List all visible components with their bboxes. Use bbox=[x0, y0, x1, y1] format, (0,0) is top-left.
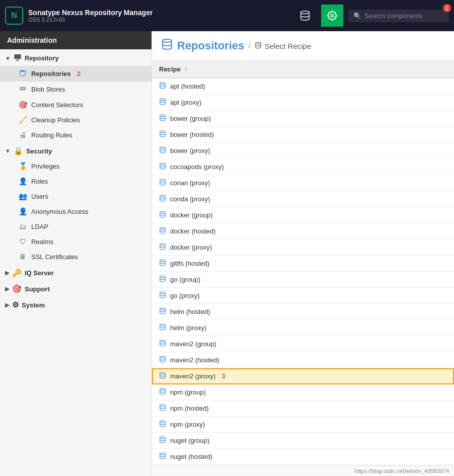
sidebar-item-cleanup-policies[interactable]: 🧹 Cleanup Policies bbox=[0, 112, 152, 127]
security-section-label: Security bbox=[26, 147, 52, 155]
table-row[interactable]: maven2 (hosted) bbox=[152, 352, 454, 368]
table-row[interactable]: nuget (group) bbox=[152, 433, 454, 449]
sidebar-item-content-selectors[interactable]: 🎯 Content Selectors bbox=[0, 97, 152, 112]
security-section-icon: 🔒 bbox=[14, 146, 23, 155]
sidebar-item-roles[interactable]: 👤 Roles bbox=[0, 174, 152, 189]
table-row[interactable]: npm (group) bbox=[152, 384, 454, 401]
row-db-icon bbox=[159, 146, 166, 155]
blob-stores-label: Blob Stores bbox=[31, 86, 65, 93]
routing-rules-icon: 🖨 bbox=[18, 131, 27, 139]
table-row[interactable]: maven2 (proxy)3 bbox=[152, 368, 454, 384]
row-label: cocoapods (proxy) bbox=[170, 163, 224, 171]
sidebar-item-repositories[interactable]: Repositories 2 bbox=[0, 66, 152, 82]
svg-point-15 bbox=[160, 195, 166, 197]
row-label: docker (hosted) bbox=[170, 227, 215, 235]
svg-rect-5 bbox=[20, 88, 25, 90]
privileges-label: Privileges bbox=[31, 163, 59, 170]
sidebar-item-privileges[interactable]: 🏅 Privileges bbox=[0, 158, 152, 174]
sidebar-item-routing-rules[interactable]: 🖨 Routing Rules bbox=[0, 127, 152, 142]
blob-stores-icon bbox=[18, 85, 27, 94]
table-row[interactable]: nuget (hosted) bbox=[152, 449, 454, 465]
table-row[interactable]: go (group) bbox=[152, 272, 454, 288]
iq-server-section-label: IQ Server bbox=[25, 269, 54, 277]
table-row[interactable]: bower (group) bbox=[152, 111, 454, 127]
sidebar-item-users[interactable]: 👥 Users bbox=[0, 189, 152, 204]
sort-asc-icon[interactable]: ↑ bbox=[184, 65, 188, 73]
svg-point-9 bbox=[160, 99, 166, 101]
svg-point-8 bbox=[160, 83, 166, 85]
repository-section-label: Repository bbox=[25, 54, 59, 62]
table-row[interactable]: apt (proxy) bbox=[152, 95, 454, 111]
breadcrumb-label: Select Recipe bbox=[265, 42, 312, 50]
svg-point-24 bbox=[160, 340, 166, 342]
breadcrumb-icon bbox=[255, 42, 262, 50]
cleanup-policies-icon: 🧹 bbox=[18, 116, 27, 124]
table-row[interactable]: maven2 (group) bbox=[152, 336, 454, 352]
svg-point-28 bbox=[160, 405, 166, 407]
table-row[interactable]: bower (hosted) bbox=[152, 127, 454, 143]
breadcrumb-separator: / bbox=[248, 41, 250, 50]
anonymous-access-label: Anonymous Access bbox=[31, 208, 88, 215]
table-row[interactable]: npm (proxy) bbox=[152, 417, 454, 433]
sidebar-item-ssl-certificates[interactable]: 🖥 SSL Certificates bbox=[0, 249, 152, 264]
row-label: nuget (hosted) bbox=[170, 453, 212, 460]
sidebar-header: Administration bbox=[0, 31, 152, 49]
table-row[interactable]: go (proxy) bbox=[152, 288, 454, 304]
row-db-icon bbox=[159, 114, 166, 123]
search-input[interactable] bbox=[364, 12, 444, 20]
svg-point-22 bbox=[160, 308, 166, 310]
row-db-icon bbox=[159, 356, 166, 364]
table-row[interactable]: docker (hosted) bbox=[152, 223, 454, 240]
row-label: nuget (group) bbox=[170, 437, 209, 444]
row-label: conan (proxy) bbox=[170, 179, 210, 187]
browse-button[interactable] bbox=[294, 5, 316, 27]
browse-icon[interactable] bbox=[294, 5, 316, 27]
row-label: go (group) bbox=[170, 276, 200, 283]
sidebar-section-iq-server[interactable]: ▶ 🔑 IQ Server bbox=[0, 264, 152, 280]
table-row[interactable]: npm (hosted) bbox=[152, 401, 454, 417]
header-db-icon bbox=[161, 38, 173, 53]
table-row[interactable]: cocoapods (proxy) bbox=[152, 159, 454, 175]
repositories-callout: 2 bbox=[77, 70, 81, 77]
system-section-icon: ⚙ bbox=[12, 300, 19, 309]
svg-point-20 bbox=[160, 276, 166, 278]
sidebar-item-blob-stores[interactable]: Blob Stores bbox=[0, 82, 152, 97]
roles-label: Roles bbox=[31, 178, 48, 185]
row-db-icon bbox=[159, 243, 166, 252]
row-label: go (proxy) bbox=[170, 292, 200, 299]
topbar: N Sonatype Nexus Repository Manager OSS … bbox=[0, 0, 454, 31]
row-db-icon bbox=[159, 195, 166, 203]
table-row[interactable]: helm (proxy) bbox=[152, 320, 454, 336]
sidebar-section-repository[interactable]: ▼ Repository bbox=[0, 49, 152, 66]
svg-point-21 bbox=[160, 292, 166, 294]
table-row[interactable]: helm (hosted) bbox=[152, 304, 454, 320]
sidebar-section-support[interactable]: ▶ 🎯 Support bbox=[0, 280, 152, 296]
row-db-icon bbox=[159, 404, 166, 413]
sidebar-item-anonymous-access[interactable]: 👤 Anonymous Access bbox=[0, 204, 152, 219]
table-row[interactable]: bower (proxy) bbox=[152, 143, 454, 159]
table-row[interactable]: apt (hosted) bbox=[152, 78, 454, 95]
users-label: Users bbox=[31, 193, 48, 200]
sidebar-section-security[interactable]: ▼ 🔒 Security bbox=[0, 142, 152, 158]
sidebar-item-realms[interactable]: 🛡 Realms bbox=[0, 234, 152, 249]
row-label: maven2 (hosted) bbox=[170, 356, 219, 364]
row-label: maven2 (proxy) bbox=[170, 372, 215, 380]
table-row[interactable]: docker (proxy) bbox=[152, 240, 454, 256]
ldap-label: LDAP bbox=[31, 223, 48, 230]
search-box[interactable]: 🔍 bbox=[348, 10, 449, 22]
row-db-icon bbox=[159, 324, 166, 332]
admin-button[interactable]: 1 bbox=[321, 5, 343, 27]
table-row[interactable]: docker (group) bbox=[152, 207, 454, 223]
row-db-icon bbox=[159, 211, 166, 219]
table-row[interactable]: gitlfs (hosted) bbox=[152, 256, 454, 272]
sidebar-section-system[interactable]: ▶ ⚙ System bbox=[0, 296, 152, 312]
svg-point-16 bbox=[160, 211, 166, 213]
row-db-icon bbox=[159, 388, 166, 396]
sidebar-item-ldap[interactable]: 🗂 LDAP bbox=[0, 219, 152, 234]
ldap-icon: 🗂 bbox=[18, 222, 27, 230]
table-row[interactable]: conda (proxy) bbox=[152, 191, 454, 207]
svg-point-7 bbox=[255, 42, 261, 44]
table-row[interactable]: conan (proxy) bbox=[152, 175, 454, 191]
row-db-icon bbox=[159, 179, 166, 187]
row-label: apt (proxy) bbox=[170, 99, 201, 106]
